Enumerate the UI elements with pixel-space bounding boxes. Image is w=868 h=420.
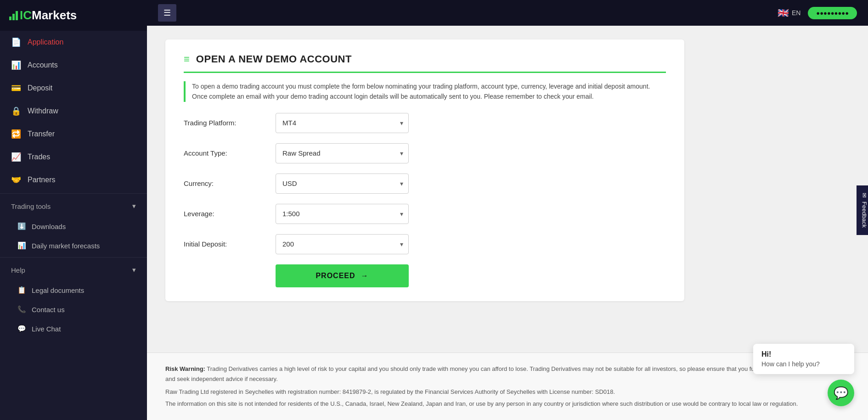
trading-tools-chevron: ▾ [132,202,136,210]
form-header-icon: ≡ [184,53,190,65]
account-type-row: Account Type: Raw Spread Standard Standa… [184,143,666,163]
legal-icon: 📋 [17,286,26,294]
sidebar-item-legal[interactable]: 📋 Legal documents [0,280,147,300]
feedback-envelope-icon: ✉ [861,192,868,197]
trading-platform-select[interactable]: MT4 MT5 cTrader [276,113,409,133]
page-title: OPEN A NEW DEMO ACCOUNT [196,53,352,65]
logo-bars [9,11,18,20]
proceed-label: PROCEED [316,272,355,280]
chat-message: How can I help you? [761,360,846,368]
divider-2 [0,257,147,258]
sidebar-item-label: Trades [28,153,50,161]
initial-deposit-select[interactable]: 200 500 1000 5000 10000 [276,234,409,254]
page-content: ≡ OPEN A NEW DEMO ACCOUNT To open a demo… [147,26,868,353]
arrow-right-icon: → [361,272,369,280]
section-help[interactable]: Help ▾ [0,259,147,280]
help-label: Help [11,266,25,274]
sidebar-item-contact[interactable]: 📞 Contact us [0,300,147,319]
lang-label: EN [792,9,800,17]
chat-bubble[interactable]: 💬 [828,380,854,406]
transfer-icon: 🔁 [11,129,21,139]
trading-platform-row: Trading Platform: MT4 MT5 cTrader ▾ [184,113,666,133]
sidebar-sub-label: Live Chat [32,325,61,333]
currency-select[interactable]: USD EUR GBP AUD [276,174,409,194]
application-icon: 📄 [11,37,21,47]
logo-ic: IC [20,8,32,22]
sidebar-item-label: Partners [28,176,55,184]
currency-label: Currency: [184,179,276,187]
feedback-label: Feedback [861,201,868,227]
leverage-row: Leverage: 1:100 1:200 1:500 1:1000 ▾ [184,204,666,224]
chat-tooltip: Hi! How can I help you? [753,344,854,374]
trading-tools-label: Trading tools [11,202,51,210]
sidebar-item-transfer[interactable]: 🔁 Transfer [0,123,147,146]
sidebar-item-label: Application [28,38,63,46]
accounts-icon: 📊 [11,60,21,70]
currency-row: Currency: USD EUR GBP AUD ▾ [184,174,666,194]
topbar-right: 🇬🇧 EN ●●●●●●●●● [778,7,857,19]
sidebar-item-label: Withdraw [28,107,58,115]
withdraw-icon: 🔒 [11,106,21,116]
sidebar-item-trades[interactable]: 📈 Trades [0,146,147,168]
logo-area: ICMarkets [0,0,147,31]
risk-warning-body: Trading Derivatives carries a high level… [165,365,839,382]
downloads-icon: ⬇️ [17,222,26,230]
sidebar-item-label: Transfer [28,130,55,138]
sidebar-sub-label: Downloads [32,223,66,230]
livechat-icon: 💬 [17,325,26,333]
account-type-label: Account Type: [184,149,276,157]
logo-markets: Markets [32,8,77,22]
section-trading-tools[interactable]: Trading tools ▾ [0,196,147,217]
account-type-select[interactable]: Raw Spread Standard Standard Cent [276,143,409,163]
daily-market-icon: 📊 [17,241,26,250]
form-card: ≡ OPEN A NEW DEMO ACCOUNT To open a demo… [165,39,684,301]
currency-wrapper: USD EUR GBP AUD ▾ [276,174,409,194]
language-selector[interactable]: 🇬🇧 EN [778,7,800,18]
partners-icon: 🤝 [11,175,21,185]
user-badge[interactable]: ●●●●●●●●● [808,7,857,19]
trades-icon: 📈 [11,152,21,162]
sidebar: ICMarkets 📄 Application 📊 Accounts 💳 Dep… [0,0,147,420]
divider-1 [0,193,147,194]
legal-text-2: The information on this site is not inte… [165,399,850,409]
leverage-select[interactable]: 1:100 1:200 1:500 1:1000 [276,204,409,224]
form-description: To open a demo trading account you must … [184,81,666,102]
trading-platform-label: Trading Platform: [184,119,276,127]
sidebar-sub-label: Daily market forecasts [32,242,100,250]
help-chevron: ▾ [132,266,136,274]
leverage-label: Leverage: [184,210,276,218]
sidebar-item-label: Accounts [28,61,58,69]
proceed-button[interactable]: PROCEED → [276,264,409,287]
topbar: ☰ 🇬🇧 EN ●●●●●●●●● [147,0,868,26]
initial-deposit-label: Initial Deposit: [184,240,276,248]
deposit-icon: 💳 [11,83,21,93]
form-card-header: ≡ OPEN A NEW DEMO ACCOUNT [184,53,666,73]
logo-text: ICMarkets [20,8,77,22]
sidebar-item-accounts[interactable]: 📊 Accounts [0,54,147,77]
chat-icon: 💬 [834,386,848,400]
flag-icon: 🇬🇧 [778,7,789,18]
feedback-tab[interactable]: ✉ Feedback [856,185,868,235]
sidebar-item-label: Deposit [28,84,52,92]
chat-hi: Hi! [761,350,846,358]
sidebar-item-withdraw[interactable]: 🔒 Withdraw [0,100,147,123]
legal-text-1: Raw Trading Ltd registered in Seychelles… [165,387,850,397]
contact-icon: 📞 [17,305,26,314]
leverage-wrapper: 1:100 1:200 1:500 1:1000 ▾ [276,204,409,224]
risk-warning-title: Risk Warning: [165,365,205,372]
initial-deposit-row: Initial Deposit: 200 500 1000 5000 10000… [184,234,666,254]
sidebar-sub-label: Contact us [32,306,65,314]
sidebar-item-partners[interactable]: 🤝 Partners [0,168,147,191]
sidebar-item-livechat[interactable]: 💬 Live Chat [0,319,147,338]
sidebar-sub-label: Legal documents [32,286,84,294]
risk-warning-text: Risk Warning: Trading Derivatives carrie… [165,364,850,384]
sidebar-item-downloads[interactable]: ⬇️ Downloads [0,217,147,236]
hamburger-button[interactable]: ☰ [158,4,176,22]
sidebar-item-deposit[interactable]: 💳 Deposit [0,77,147,100]
trading-platform-wrapper: MT4 MT5 cTrader ▾ [276,113,409,133]
sidebar-item-application[interactable]: 📄 Application [0,31,147,54]
sidebar-item-daily-market[interactable]: 📊 Daily market forecasts [0,236,147,255]
initial-deposit-wrapper: 200 500 1000 5000 10000 ▾ [276,234,409,254]
account-type-wrapper: Raw Spread Standard Standard Cent ▾ [276,143,409,163]
